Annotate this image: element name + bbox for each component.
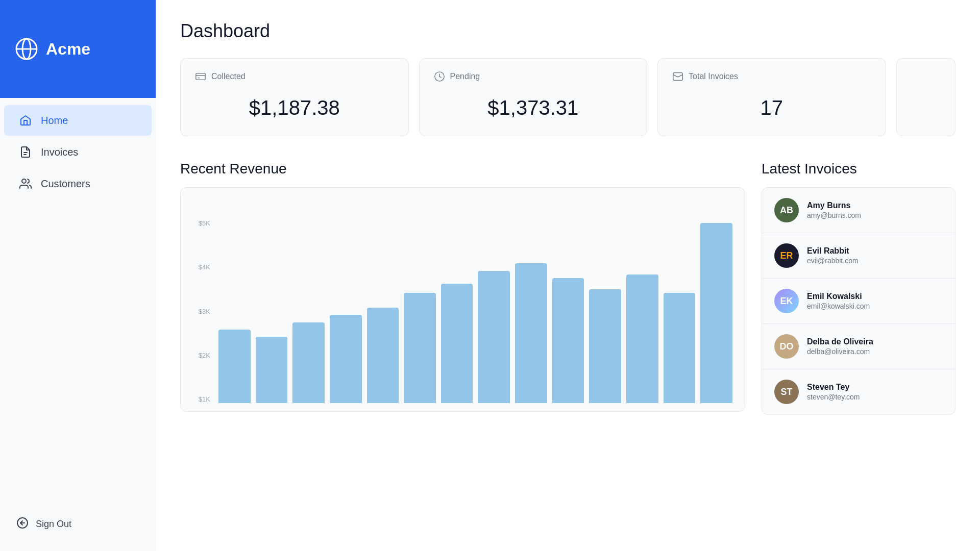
invoice-email: delba@oliveira.com xyxy=(807,347,943,356)
y-axis: $5K $4K $3K $2K $1K xyxy=(193,219,218,403)
invoice-email: amy@burns.com xyxy=(807,211,943,219)
main-content: Dashboard Collected $1,187.38 Pen xyxy=(156,0,980,551)
chart-container: $5K $4K $3K $2K $1K xyxy=(180,187,745,412)
bar-11 xyxy=(626,274,658,403)
sign-out-label: Sign Out xyxy=(36,519,71,530)
page-title: Dashboard xyxy=(180,20,955,42)
stat-card-collected: Collected $1,187.38 xyxy=(180,58,409,136)
collected-icon xyxy=(195,71,206,82)
home-icon xyxy=(18,113,33,128)
invoice-info: Emil Kowalski emil@kowalski.com xyxy=(807,292,943,310)
bar-4 xyxy=(367,308,399,403)
globe-icon xyxy=(14,37,39,61)
sidebar-nav: Home Invoices xyxy=(0,98,156,497)
customers-icon xyxy=(18,177,33,191)
invoice-item[interactable]: ER Evil Rabbit evil@rabbit.com xyxy=(762,233,955,279)
stat-collected-header: Collected xyxy=(195,71,394,82)
bar-0 xyxy=(218,330,251,403)
avatar: EK xyxy=(774,289,799,313)
sign-out-icon xyxy=(16,517,29,532)
stats-row: Collected $1,187.38 Pending $1,373.31 xyxy=(180,58,955,136)
bar-3 xyxy=(330,315,362,403)
invoice-info: Delba de Oliveira delba@oliveira.com xyxy=(807,337,943,356)
invoice-name: Amy Burns xyxy=(807,201,943,210)
avatar: AB xyxy=(774,198,799,222)
invoice-info: Steven Tey steven@tey.com xyxy=(807,383,943,401)
stat-total-label: Total Invoices xyxy=(689,72,738,81)
bars-wrapper xyxy=(218,219,732,403)
invoice-name: Delba de Oliveira xyxy=(807,337,943,346)
bar-5 xyxy=(404,293,436,403)
bar-12 xyxy=(664,293,696,403)
invoice-name: Evil Rabbit xyxy=(807,246,943,256)
bar-6 xyxy=(441,284,473,403)
avatar: ST xyxy=(774,380,799,404)
sidebar: Acme Home Invoices xyxy=(0,0,156,551)
invoices-title: Latest Invoices xyxy=(762,161,955,177)
chart-area: $5K $4K $3K $2K $1K xyxy=(193,204,732,403)
revenue-section: Recent Revenue $5K $4K $3K $2K $1K xyxy=(180,161,745,415)
invoice-name: Emil Kowalski xyxy=(807,292,943,301)
bar-1 xyxy=(256,337,288,403)
stat-pending-header: Pending xyxy=(434,71,633,82)
stat-collected-value: $1,187.38 xyxy=(195,96,394,119)
invoice-item[interactable]: DO Delba de Oliveira delba@oliveira.com xyxy=(762,324,955,369)
bar-13 xyxy=(700,223,732,403)
bar-2 xyxy=(292,322,325,403)
invoice-info: Evil Rabbit evil@rabbit.com xyxy=(807,246,943,265)
stat-total-header: Total Invoices xyxy=(672,71,871,82)
brand-name: Acme xyxy=(46,40,90,59)
sidebar-item-invoices[interactable]: Invoices xyxy=(4,137,152,167)
sidebar-item-customers[interactable]: Customers xyxy=(4,168,152,199)
stat-pending-label: Pending xyxy=(450,72,480,81)
invoice-info: Amy Burns amy@burns.com xyxy=(807,201,943,219)
invoices-icon xyxy=(18,145,33,159)
invoice-email: evil@rabbit.com xyxy=(807,257,943,265)
invoice-name: Steven Tey xyxy=(807,383,943,392)
stat-collected-label: Collected xyxy=(211,72,246,81)
sign-out-button[interactable]: Sign Out xyxy=(8,510,148,539)
y-label-1k: $1K xyxy=(193,395,210,403)
pending-icon xyxy=(434,71,445,82)
sidebar-bottom: Sign Out xyxy=(0,497,156,551)
invoice-email: steven@tey.com xyxy=(807,393,943,401)
sidebar-item-customers-label: Customers xyxy=(41,178,90,190)
bottom-section: Recent Revenue $5K $4K $3K $2K $1K Lates… xyxy=(180,161,955,415)
invoice-list: AB Amy Burns amy@burns.com ER Evil Rabbi… xyxy=(762,187,955,415)
y-label-4k: $4K xyxy=(193,263,210,271)
y-label-2k: $2K xyxy=(193,352,210,359)
stat-total-value: 17 xyxy=(672,96,871,119)
sidebar-item-home[interactable]: Home xyxy=(4,105,152,136)
avatar: ER xyxy=(774,243,799,268)
stat-card-pending: Pending $1,373.31 xyxy=(419,58,648,136)
bar-7 xyxy=(478,271,510,403)
bar-8 xyxy=(515,263,547,403)
bar-9 xyxy=(552,278,584,403)
sidebar-logo: Acme xyxy=(0,0,156,98)
invoice-item[interactable]: AB Amy Burns amy@burns.com xyxy=(762,188,955,233)
revenue-title: Recent Revenue xyxy=(180,161,745,177)
sidebar-item-home-label: Home xyxy=(41,115,68,127)
total-invoices-icon xyxy=(672,71,683,82)
y-label-3k: $3K xyxy=(193,308,210,315)
stat-card-total-invoices: Total Invoices 17 xyxy=(657,58,886,136)
y-label-5k: $5K xyxy=(193,219,210,227)
svg-rect-7 xyxy=(196,73,205,80)
invoices-section: Latest Invoices AB Amy Burns amy@burns.c… xyxy=(762,161,955,415)
invoice-email: emil@kowalski.com xyxy=(807,302,943,310)
stat-pending-value: $1,373.31 xyxy=(434,96,633,119)
stat-card-extra xyxy=(896,58,955,136)
bar-10 xyxy=(589,289,621,403)
invoice-item[interactable]: EK Emil Kowalski emil@kowalski.com xyxy=(762,279,955,324)
svg-point-5 xyxy=(22,179,26,183)
avatar: DO xyxy=(774,334,799,359)
invoice-item[interactable]: ST Steven Tey steven@tey.com xyxy=(762,369,955,414)
sidebar-item-invoices-label: Invoices xyxy=(41,146,78,158)
